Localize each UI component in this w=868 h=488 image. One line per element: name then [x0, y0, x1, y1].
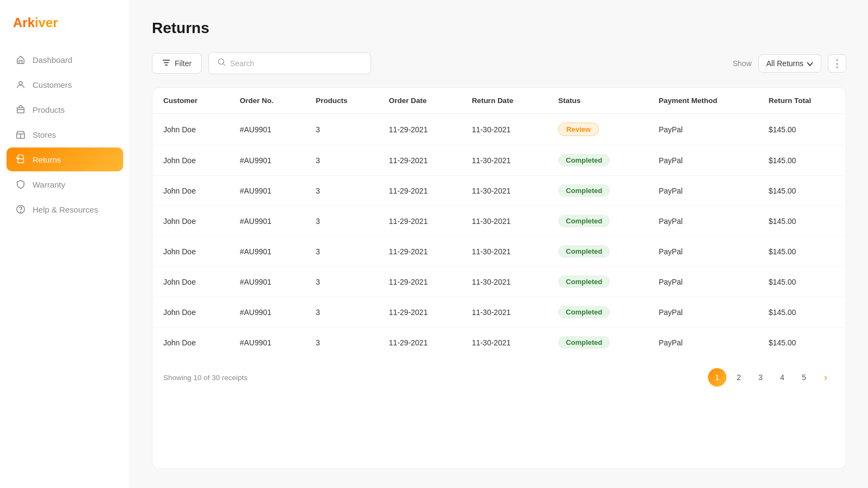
- page-button-4[interactable]: 4: [773, 368, 792, 387]
- page-button-2[interactable]: 2: [730, 368, 748, 387]
- cell-order-date: 11-29-2021: [378, 236, 461, 267]
- cell-status: Review: [547, 114, 648, 145]
- logo-text: Arkiver: [13, 15, 58, 30]
- svg-point-0: [19, 81, 22, 85]
- sidebar-label-help: Help & Resources: [33, 205, 98, 214]
- cell-order-no: #AU9901: [229, 236, 305, 267]
- svg-rect-4: [18, 159, 24, 163]
- cell-payment: PayPal: [648, 236, 758, 267]
- cell-customer: John Doe: [152, 267, 229, 297]
- table-row: John Doe #AU9901 3 11-29-2021 11-30-2021…: [152, 206, 846, 236]
- status-badge: Completed: [558, 306, 610, 318]
- logo-ark: Ark: [13, 15, 35, 30]
- show-dropdown[interactable]: All Returns: [758, 54, 821, 73]
- status-badge: Review: [558, 123, 599, 136]
- pagination-info: Showing 10 of 30 receipts: [163, 374, 247, 382]
- col-header-total: Return Total: [758, 88, 846, 114]
- cell-order-date: 11-29-2021: [378, 297, 461, 328]
- sidebar-item-products[interactable]: Products: [7, 98, 123, 121]
- filter-label: Filter: [175, 59, 192, 68]
- table-row: John Doe #AU9901 3 11-29-2021 11-30-2021…: [152, 176, 846, 206]
- cell-status: Completed: [547, 176, 648, 206]
- house-icon: [15, 54, 26, 65]
- cell-order-date: 11-29-2021: [378, 328, 461, 358]
- page-button-1[interactable]: 1: [708, 368, 726, 387]
- cell-return-date: 11-30-2021: [461, 236, 547, 267]
- cell-products: 3: [305, 145, 378, 176]
- sidebar: Arkiver Dashboard Customers: [0, 0, 130, 488]
- cell-order-no: #AU9901: [229, 206, 305, 236]
- dropdown-label: All Returns: [767, 59, 803, 68]
- sidebar-item-customers[interactable]: Customers: [7, 73, 123, 97]
- cell-order-no: #AU9901: [229, 297, 305, 328]
- person-icon: [15, 79, 26, 90]
- cell-products: 3: [305, 328, 378, 358]
- page-button-5[interactable]: 5: [795, 368, 813, 387]
- col-header-return-date: Return Date: [461, 88, 547, 114]
- cell-total: $145.00: [758, 297, 846, 328]
- sidebar-item-stores[interactable]: Stores: [7, 123, 123, 146]
- status-badge: Completed: [558, 154, 610, 166]
- table-row: John Doe #AU9901 3 11-29-2021 11-30-2021…: [152, 236, 846, 267]
- col-header-payment: Payment Method: [648, 88, 758, 114]
- sidebar-label-stores: Stores: [33, 130, 56, 139]
- page-button-3[interactable]: 3: [751, 368, 770, 387]
- search-box[interactable]: [208, 52, 371, 74]
- status-badge: Completed: [558, 184, 610, 197]
- cell-order-date: 11-29-2021: [378, 206, 461, 236]
- sidebar-label-returns: Returns: [33, 155, 61, 164]
- sidebar-item-dashboard[interactable]: Dashboard: [7, 48, 123, 72]
- cell-status: Completed: [547, 236, 648, 267]
- cell-return-date: 11-30-2021: [461, 267, 547, 297]
- cell-customer: John Doe: [152, 297, 229, 328]
- sidebar-item-returns[interactable]: Returns: [7, 147, 123, 171]
- cell-return-date: 11-30-2021: [461, 297, 547, 328]
- cell-payment: PayPal: [648, 145, 758, 176]
- cell-customer: John Doe: [152, 328, 229, 358]
- col-header-order-no: Order No.: [229, 88, 305, 114]
- logo-iver: iver: [35, 15, 58, 30]
- table-row: John Doe #AU9901 3 11-29-2021 11-30-2021…: [152, 267, 846, 297]
- cell-total: $145.00: [758, 267, 846, 297]
- table-row: John Doe #AU9901 3 11-29-2021 11-30-2021…: [152, 297, 846, 328]
- table-row: John Doe #AU9901 3 11-29-2021 11-30-2021…: [152, 145, 846, 176]
- page-title: Returns: [152, 20, 846, 37]
- toolbar: Filter Show All Returns: [152, 52, 846, 74]
- sidebar-nav: Dashboard Customers Products: [0, 48, 130, 221]
- cell-total: $145.00: [758, 176, 846, 206]
- filter-button[interactable]: Filter: [152, 53, 202, 74]
- page-next-button[interactable]: ›: [816, 368, 835, 387]
- cell-payment: PayPal: [648, 267, 758, 297]
- chevron-down-icon: [807, 59, 813, 68]
- cell-products: 3: [305, 206, 378, 236]
- cell-customer: John Doe: [152, 145, 229, 176]
- cell-status: Completed: [547, 328, 648, 358]
- cell-return-date: 11-30-2021: [461, 176, 547, 206]
- cell-return-date: 11-30-2021: [461, 206, 547, 236]
- search-input[interactable]: [230, 59, 362, 68]
- cell-products: 3: [305, 114, 378, 145]
- cell-payment: PayPal: [648, 114, 758, 145]
- sidebar-label-customers: Customers: [33, 80, 72, 89]
- cell-products: 3: [305, 236, 378, 267]
- pagination-row: Showing 10 of 30 receipts 1 2 3 4 5 ›: [152, 357, 846, 389]
- more-options-button[interactable]: ⋮: [828, 54, 846, 73]
- cell-order-no: #AU9901: [229, 267, 305, 297]
- sidebar-item-help[interactable]: Help & Resources: [7, 197, 123, 221]
- filter-icon: [162, 59, 170, 68]
- cell-order-date: 11-29-2021: [378, 114, 461, 145]
- cell-order-no: #AU9901: [229, 176, 305, 206]
- cell-return-date: 11-30-2021: [461, 114, 547, 145]
- cell-order-date: 11-29-2021: [378, 176, 461, 206]
- cell-payment: PayPal: [648, 297, 758, 328]
- status-badge: Completed: [558, 215, 610, 227]
- status-badge: Completed: [558, 336, 610, 349]
- cell-customer: John Doe: [152, 114, 229, 145]
- cell-return-date: 11-30-2021: [461, 328, 547, 358]
- cell-order-no: #AU9901: [229, 114, 305, 145]
- cell-customer: John Doe: [152, 206, 229, 236]
- pagination: 1 2 3 4 5 ›: [708, 368, 835, 387]
- cell-order-date: 11-29-2021: [378, 145, 461, 176]
- cell-payment: PayPal: [648, 176, 758, 206]
- sidebar-item-warranty[interactable]: Warranty: [7, 172, 123, 196]
